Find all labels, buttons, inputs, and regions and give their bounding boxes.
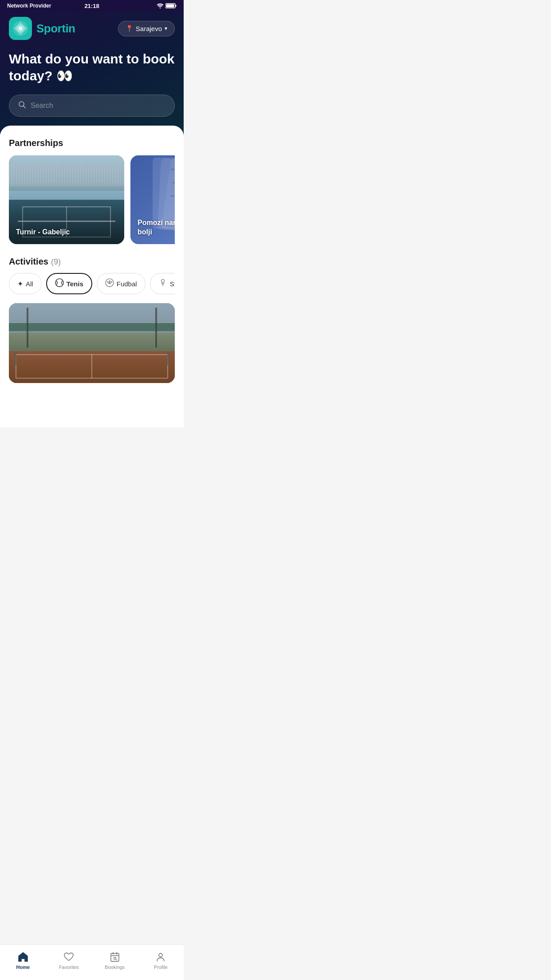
partnership-card-label-1: Turnir - Gabeljic xyxy=(16,228,70,237)
svg-marker-13 xyxy=(110,281,113,283)
search-icon xyxy=(18,101,26,111)
tenis-icon xyxy=(55,278,64,289)
activities-title: Activities xyxy=(9,257,48,267)
search-placeholder: Search xyxy=(31,102,53,110)
app-logo-icon xyxy=(9,17,32,40)
filter-chip-all-label: All xyxy=(26,280,33,288)
svg-marker-10 xyxy=(109,280,110,282)
fudbal-icon xyxy=(105,278,114,289)
activities-section: Activities (9) ✦ All Tenis xyxy=(9,257,175,383)
carrier-text: Network Provider xyxy=(7,3,51,9)
hero-title: What do you want to book today? 👀 xyxy=(9,51,175,84)
svg-point-5 xyxy=(19,27,22,30)
squash-icon xyxy=(158,278,167,289)
battery-icon xyxy=(165,3,177,8)
filter-chip-fudbal[interactable]: Fudbal xyxy=(97,273,146,294)
location-button[interactable]: 📍 Sarajevo ▾ xyxy=(118,21,175,36)
partnership-card-survey[interactable]: ✓ ✓ ✓ Pomozi nambolji xyxy=(130,155,175,244)
filter-chip-tenis[interactable]: Tenis xyxy=(46,273,92,294)
filter-chips-row: ✦ All Tenis xyxy=(9,273,175,294)
logo-svg xyxy=(12,20,29,37)
svg-point-0 xyxy=(160,8,161,8)
filter-chip-tenis-label: Tenis xyxy=(67,280,83,288)
header-row: Sportin 📍 Sarajevo ▾ xyxy=(9,17,175,40)
all-icon: ✦ xyxy=(17,280,23,288)
filter-chip-fudbal-label: Fudbal xyxy=(117,280,137,288)
pin-icon: 📍 xyxy=(126,25,133,32)
logo-area: Sportin xyxy=(9,17,75,40)
svg-rect-3 xyxy=(166,4,174,8)
filter-chip-squash-label: St... xyxy=(170,280,175,288)
activities-count: (9) xyxy=(51,257,61,267)
wifi-icon xyxy=(157,3,164,8)
hero-section: Sportin 📍 Sarajevo ▾ What do you want to… xyxy=(0,12,184,134)
activity-card-1[interactable] xyxy=(9,303,175,383)
search-bar[interactable]: Search xyxy=(9,95,175,117)
time-display: 21:18 xyxy=(84,3,99,9)
status-icons xyxy=(157,3,177,8)
svg-marker-11 xyxy=(108,282,111,284)
svg-point-8 xyxy=(55,279,63,287)
logo-text: Sportin xyxy=(36,22,75,36)
partnerships-title: Partnerships xyxy=(9,138,175,148)
svg-marker-12 xyxy=(106,281,109,283)
location-label: Sarajevo xyxy=(136,25,162,32)
activities-header: Activities (9) xyxy=(9,257,175,267)
status-bar: Network Provider 21:18 xyxy=(0,0,184,12)
svg-point-14 xyxy=(161,280,164,283)
svg-rect-2 xyxy=(176,5,177,7)
filter-chip-all[interactable]: ✦ All xyxy=(9,273,42,294)
partnerships-scroll[interactable]: Turnir - Gabeljic ✓ ✓ ✓ xyxy=(9,155,175,244)
partnership-card-label-2: Pomozi nambolji xyxy=(138,218,175,237)
main-content: Partnerships xyxy=(0,126,184,427)
svg-line-7 xyxy=(24,106,26,108)
partnerships-section: Partnerships xyxy=(9,138,175,244)
filter-chip-squash[interactable]: St... xyxy=(150,273,175,294)
partnership-card-stadium[interactable]: Turnir - Gabeljic xyxy=(9,155,124,244)
chevron-down-icon: ▾ xyxy=(165,25,167,32)
